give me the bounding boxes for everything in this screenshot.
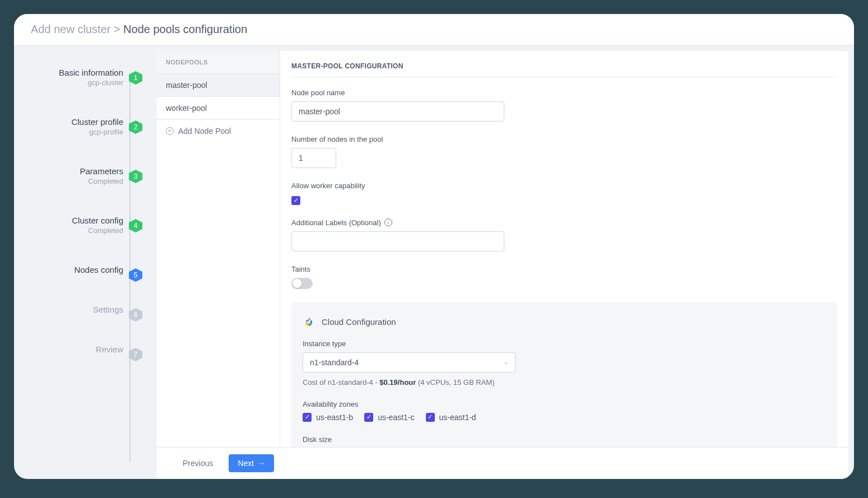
next-button[interactable]: Next → [229,454,274,472]
zone-label: us-east1-c [378,413,414,422]
instance-type-select[interactable]: n1-standard-4 ⌄ [303,352,516,373]
breadcrumb-current: Node pools configuration [123,23,247,35]
zone-label: us-east1-d [439,413,476,422]
node-count-input[interactable] [291,148,336,168]
step-title: Review [14,345,123,354]
step-badge: 4 [129,219,142,232]
step-subtitle: gcp-cluster [14,78,123,87]
arrow-right-icon: → [257,459,265,468]
step-badge: 5 [129,268,142,282]
info-icon[interactable]: i [384,218,392,226]
toggle-knob [293,279,301,288]
step-review[interactable]: Review 7 [14,345,151,354]
chevron-down-icon: ⌄ [504,359,508,365]
content-panel: NODEPOOLS master-pool worker-pool + Add … [157,51,848,479]
zone-checkbox[interactable]: ✓ [364,413,373,422]
instance-type-label: Instance type [303,339,826,348]
app-window: Add new cluster > Node pools configurati… [14,14,854,479]
pool-name-input[interactable] [291,101,504,122]
wizard-sidebar: Basic information gcp-cluster 1 Cluster … [14,45,151,479]
labels-label: Additional Labels (Optional) i [291,218,837,227]
step-badge: 7 [129,348,142,361]
field-pool-name: Node pool name [291,89,837,122]
step-cluster-config[interactable]: Cluster config Completed 4 [14,216,151,235]
field-taints: Taints [291,265,837,289]
zone-option[interactable]: ✓ us-east1-c [364,413,414,422]
field-disk-size: Disk size [303,435,826,444]
body: Basic information gcp-cluster 1 Cluster … [14,45,854,479]
nodepool-list-header: NODEPOOLS [157,51,280,74]
cloud-config-title: Cloud Configuration [303,316,826,328]
field-additional-labels: Additional Labels (Optional) i [291,218,837,252]
add-nodepool-button[interactable]: + Add Node Pool [157,120,280,142]
labels-input[interactable] [291,231,504,252]
disk-size-label: Disk size [303,435,826,444]
step-title: Parameters [14,166,123,176]
worker-cap-checkbox[interactable]: ✓ [291,196,300,205]
step-badge: 3 [129,170,142,183]
step-badge: 6 [129,308,142,322]
step-title: Cluster config [14,216,123,225]
node-count-label: Number of nodes in the pool [291,135,837,143]
taints-label: Taints [291,265,837,273]
instance-cost-line: Cost of n1-standard-4 - $0.19/hour (4 vC… [303,378,826,387]
step-title: Settings [14,305,123,314]
step-cluster-profile[interactable]: Cluster profile gcp-profile 2 [14,117,151,136]
field-worker-capability: Allow worker capability ✓ [291,181,837,205]
step-subtitle: Completed [14,177,123,185]
nodepool-form: MASTER-POOL CONFIGURATION Node pool name… [280,51,848,447]
step-title: Cluster profile [14,117,123,127]
zone-option[interactable]: ✓ us-east1-b [303,413,353,422]
header: Add new cluster > Node pools configurati… [14,14,854,45]
worker-cap-label: Allow worker capability [291,181,837,190]
form-title: MASTER-POOL CONFIGURATION [291,62,837,77]
add-nodepool-label: Add Node Pool [178,127,231,136]
instance-type-value: n1-standard-4 [310,358,359,367]
step-badge: 1 [129,71,142,85]
pool-name-label: Node pool name [291,89,837,97]
previous-button[interactable]: Previous [174,454,222,472]
step-title: Basic information [14,68,123,77]
zone-option[interactable]: ✓ us-east1-d [426,413,476,422]
step-title: Nodes config [14,265,123,274]
zones-label: Availability zones [303,400,826,408]
nodepool-item-master[interactable]: master-pool [157,74,280,97]
field-node-count: Number of nodes in the pool [291,135,837,168]
zone-label: us-east1-b [316,413,353,422]
wizard-footer: Previous Next → [157,447,848,479]
step-badge: 2 [129,120,142,134]
field-availability-zones: Availability zones ✓ us-east1-b ✓ us-eas… [303,400,826,422]
step-settings[interactable]: Settings 6 [14,305,151,314]
taints-toggle[interactable] [291,278,313,289]
field-instance-type: Instance type n1-standard-4 ⌄ Cost of n1… [303,339,826,387]
step-parameters[interactable]: Parameters Completed 3 [14,166,151,185]
breadcrumb-sep: > [114,23,120,35]
cloud-configuration-section: Cloud Configuration Instance type n1-sta… [291,302,837,448]
gcp-icon [303,316,315,328]
step-subtitle: Completed [14,226,123,235]
step-subtitle: gcp-profile [14,128,123,136]
nodepool-item-worker[interactable]: worker-pool [157,97,280,120]
step-nodes-config[interactable]: Nodes config 5 [14,265,151,274]
plus-circle-icon: + [166,127,174,135]
nodepool-list: NODEPOOLS master-pool worker-pool + Add … [157,51,280,447]
breadcrumb: Add new cluster > Node pools configurati… [31,23,837,36]
zone-checkbox[interactable]: ✓ [303,413,312,422]
zone-checkbox[interactable]: ✓ [426,413,435,422]
step-basic-information[interactable]: Basic information gcp-cluster 1 [14,68,151,87]
breadcrumb-root[interactable]: Add new cluster [31,23,110,35]
